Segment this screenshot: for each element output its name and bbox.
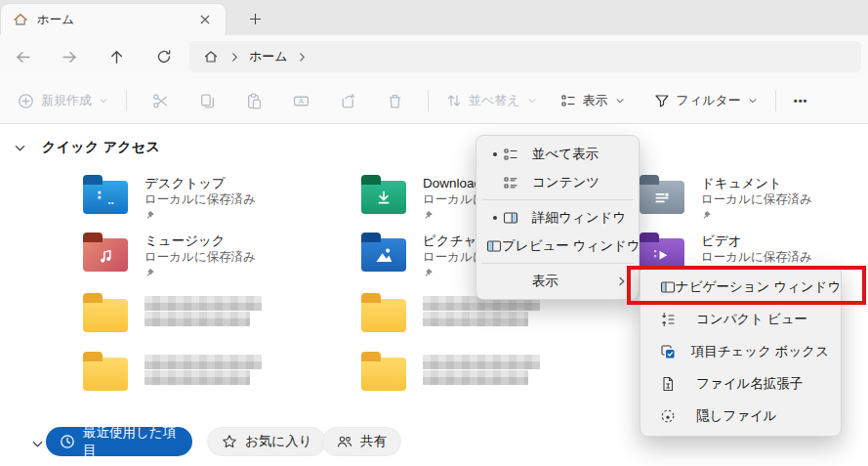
copy-icon[interactable] [184,93,230,109]
menu-item-label: 隠しファイル [696,407,829,425]
paste-icon[interactable] [230,93,277,109]
music-folder-icon [83,238,128,272]
redacted-folder-name [145,370,250,385]
menu-item-compact-view[interactable]: コンパクト ビュー [644,303,837,335]
menu-item-item-checkboxes[interactable]: 項目チェック ボックス [644,335,837,367]
new-tab-button[interactable] [242,7,268,30]
folder-status: ローカルに保存済み [145,249,256,265]
tab-bar: ホーム [0,0,868,35]
redacted-folder-name [145,296,262,311]
folder-name: ビデオ [701,233,812,249]
sort-button[interactable]: 並べ替え [438,84,545,117]
menu-item-show-submenu[interactable]: 表示 [480,267,635,295]
cut-icon[interactable] [137,93,184,109]
shared-button[interactable]: 共有 [322,427,401,456]
downloads-folder-icon [361,181,406,214]
view-button[interactable]: 表示 [553,84,633,117]
menu-item-label: ファイル名拡張子 [696,375,829,393]
pin-icon [701,210,712,221]
redacted-folder-name [423,312,528,326]
menu-item-details-pane[interactable]: 詳細ウィンドウ [480,203,635,232]
folder-tile-redacted[interactable] [83,351,262,391]
favorites-button[interactable]: お気に入り [207,427,326,456]
folder-name: デスクトップ [145,175,256,191]
pictures-folder-icon [361,238,406,272]
view-button-label: 表示 [583,92,608,109]
menu-item-content-view[interactable]: コンテンツ [480,168,635,196]
file-extensions-icon [660,376,696,392]
folder-tile-documents[interactable]: ドキュメント ローカルに保存済み [640,174,812,221]
people-icon [337,434,352,449]
submenu-chevron-icon [617,276,627,286]
tab-title: ホーム [37,12,186,28]
redacted-folder-name [423,370,528,385]
collapse-chevron-icon[interactable] [14,142,26,154]
folder-tile-desktop[interactable]: デスクトップ ローカルに保存済み [83,174,256,221]
forward-icon[interactable] [53,41,86,72]
more-options-icon[interactable]: ••• [786,84,816,117]
share-icon[interactable] [324,93,371,109]
folder-tile-music[interactable]: ミュージック ローカルに保存済み [83,232,256,278]
selected-bullet [486,152,503,156]
yellow-folder-icon [83,358,128,391]
toolbar-divider [428,90,429,111]
home-tab-icon [13,12,28,27]
svg-text:A: A [298,97,304,106]
menu-separator [481,263,634,264]
annotation-highlight-box [627,266,866,305]
address-bar[interactable]: ホーム [189,41,861,72]
explorer-tab-home[interactable]: ホーム [0,3,227,35]
toolbar-divider [126,90,127,111]
chevron-down-icon [99,96,108,106]
delete-icon[interactable] [371,93,418,109]
clock-icon [60,434,75,449]
sort-button-label: 並べ替え [469,92,520,109]
yellow-folder-icon [361,299,406,332]
folder-tile-redacted[interactable] [83,292,262,332]
tiles-view-icon [503,147,532,162]
documents-folder-icon [640,181,684,214]
filter-button[interactable]: フィルター [646,84,765,117]
pin-icon [145,268,155,278]
quick-access-header[interactable]: クイック アクセス [14,139,160,156]
menu-item-preview-pane[interactable]: プレビュー ウィンドウ [480,232,635,260]
details-pane-icon [503,210,532,226]
new-button[interactable]: 新規作成 [10,84,116,117]
menu-item-label: 並べて表示 [532,146,627,163]
folder-tile-redacted[interactable] [361,351,540,391]
menu-item-tiles-view[interactable]: 並べて表示 [480,140,635,168]
menu-item-hidden-files[interactable]: 隠しファイル [644,400,837,432]
favorites-label: お気に入り [245,433,311,450]
new-button-label: 新規作成 [41,92,92,109]
folder-name: ドキュメント [701,175,812,191]
pin-icon [423,210,434,221]
folder-status: ローカルに保存済み [145,191,256,207]
content-view-icon [503,175,532,191]
breadcrumb-home-item[interactable]: ホーム [245,48,292,65]
desktop-folder-icon [83,181,128,214]
recent-items-label: 最近使用した項目 [83,424,179,459]
back-icon[interactable] [6,41,39,72]
filter-funnel-icon [654,93,670,108]
plus-circle-icon [18,93,34,109]
folder-name: ミュージック [145,233,256,249]
compact-view-icon [660,312,696,327]
refresh-icon[interactable] [147,41,181,72]
filter-button-label: フィルター [677,92,741,109]
up-icon[interactable] [100,41,133,72]
yellow-folder-icon [361,358,406,391]
rename-icon[interactable]: A [277,93,324,109]
chevron-down-icon [527,96,537,106]
breadcrumb-home-icon[interactable] [197,41,225,72]
shared-label: 共有 [360,433,387,450]
view-dropdown-menu: 並べて表示 コンテンツ 詳細ウィンドウ プレビュー ウィンドウ 表示 [475,135,640,300]
hidden-files-icon [660,408,696,424]
preview-pane-icon [486,238,502,254]
tab-close-icon[interactable] [194,9,216,30]
selected-bullet [486,216,503,220]
menu-item-file-extensions[interactable]: ファイル名拡張子 [644,367,837,400]
menu-item-label: コンテンツ [532,174,627,191]
chevron-down-icon [748,96,758,106]
recent-items-button[interactable]: 最近使用した項目 [46,427,192,456]
star-icon [222,434,237,449]
